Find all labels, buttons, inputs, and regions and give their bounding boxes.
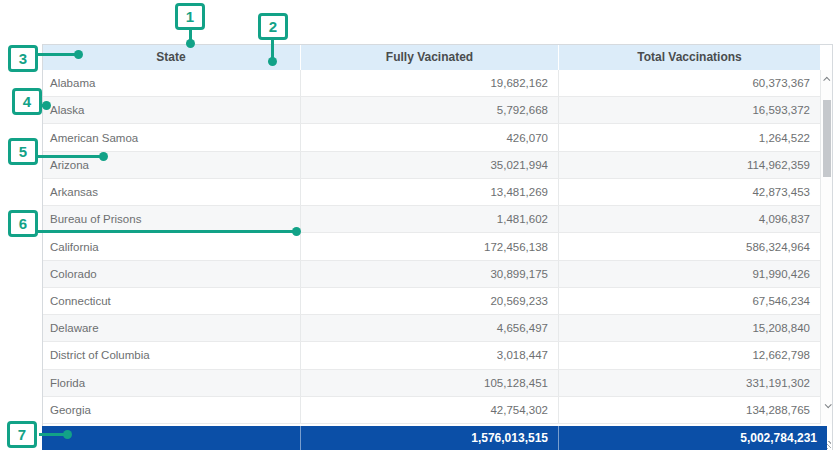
state-cell: California — [42, 233, 300, 259]
state-cell: Arkansas — [42, 179, 300, 205]
scrollbar-thumb[interactable] — [823, 100, 831, 177]
callout-7-dot — [63, 430, 72, 439]
total-vaccinations-cell: 12,662,798 — [558, 342, 820, 368]
column-header-fully-vacinated[interactable]: Fully Vacinated — [300, 44, 558, 70]
fully-vacinated-cell: 172,456,138 — [300, 233, 558, 259]
total-vaccinations-cell: 331,191,302 — [558, 370, 820, 396]
total-vaccinations-cell: 60,373,367 — [558, 70, 820, 96]
state-cell: Florida — [42, 370, 300, 396]
header-scrollbar-corner — [820, 44, 833, 70]
state-cell: District of Columbia — [42, 342, 300, 368]
total-vaccinations-cell: 16,593,372 — [558, 97, 820, 123]
state-cell: Colorado — [42, 261, 300, 287]
fully-vacinated-cell: 30,899,175 — [300, 261, 558, 287]
callout-5-dot — [99, 152, 108, 161]
table-row: Colorado 30,899,175 91,990,426 — [42, 261, 820, 288]
total-vaccinations-cell: 114,962,359 — [558, 152, 820, 178]
chevron-up-icon — [823, 76, 830, 83]
table-row: California 172,456,138 586,324,964 — [42, 233, 820, 260]
table-row: Alaska 5,792,668 16,593,372 — [42, 97, 820, 124]
table-row: Connecticut 20,569,233 67,546,234 — [42, 288, 820, 315]
fully-vacinated-cell: 1,481,602 — [300, 206, 558, 232]
vertical-scrollbar[interactable] — [820, 70, 833, 424]
fully-vacinated-cell: 35,021,994 — [300, 152, 558, 178]
state-cell: American Samoa — [42, 124, 300, 150]
chevron-down-icon — [825, 401, 832, 408]
callout-3-line — [38, 53, 78, 56]
scroll-up-button[interactable] — [821, 72, 833, 86]
fully-vacinated-cell: 20,569,233 — [300, 288, 558, 314]
total-vaccinations-cell: 15,208,840 — [558, 315, 820, 341]
vaccination-table-widget: State Fully Vacinated Total Vaccinations… — [42, 44, 833, 450]
callout-6-line — [38, 230, 293, 233]
total-vaccinations-cell: 1,264,522 — [558, 124, 820, 150]
callout-5-line — [38, 155, 100, 158]
fully-vacinated-cell: 19,682,162 — [300, 70, 558, 96]
callout-2-dot — [268, 57, 277, 66]
total-vaccinations-cell: 4,096,837 — [558, 206, 820, 232]
table-row: Arizona 35,021,994 114,962,359 — [42, 152, 820, 179]
fully-vacinated-cell: 13,481,269 — [300, 179, 558, 205]
callout-7-line — [39, 433, 65, 436]
state-cell: Georgia — [42, 397, 300, 423]
state-cell: Delaware — [42, 315, 300, 341]
fully-vacinated-cell: 42,754,302 — [300, 397, 558, 423]
fully-vacinated-cell: 105,128,451 — [300, 370, 558, 396]
table-row: Alabama 19,682,162 60,373,367 — [42, 70, 820, 97]
callout-6-badge: 6 — [8, 210, 38, 237]
callout-5-badge: 5 — [8, 138, 38, 165]
table-row: Arkansas 13,481,269 42,873,453 — [42, 179, 820, 206]
callout-6-dot — [292, 227, 301, 236]
callout-7-badge: 7 — [7, 421, 37, 448]
state-cell: Bureau of Prisons — [42, 206, 300, 232]
total-vaccinations-cell: 42,873,453 — [558, 179, 820, 205]
fully-vacinated-cell: 426,070 — [300, 124, 558, 150]
table-row: Georgia 42,754,302 134,288,765 — [42, 397, 820, 424]
table-row: American Samoa 426,070 1,264,522 — [42, 124, 820, 151]
scroll-down-button[interactable] — [821, 398, 833, 412]
fully-vacinated-cell: 4,656,497 — [300, 315, 558, 341]
table-rows: Alabama 19,682,162 60,373,367 Alaska 5,7… — [42, 70, 820, 424]
callout-1-badge: 1 — [175, 3, 205, 30]
callout-3-dot — [74, 50, 83, 59]
total-vaccinations-cell: 67,546,234 — [558, 288, 820, 314]
state-cell: Connecticut — [42, 288, 300, 314]
callout-3-badge: 3 — [8, 45, 38, 72]
total-vaccinations-cell: 134,288,765 — [558, 397, 820, 423]
total-vaccinations-cell: 586,324,964 — [558, 233, 820, 259]
column-header-total-vaccinations[interactable]: Total Vaccinations — [558, 44, 820, 70]
callout-1-dot — [186, 39, 195, 48]
totals-state-cell — [42, 426, 300, 450]
table-header-row: State Fully Vacinated Total Vaccinations — [42, 44, 833, 70]
totals-fully-vacinated-cell: 1,576,013,515 — [300, 426, 558, 450]
total-vaccinations-cell: 91,990,426 — [558, 261, 820, 287]
annotated-table-screenshot: State Fully Vacinated Total Vaccinations… — [0, 0, 833, 453]
table-body: Alabama 19,682,162 60,373,367 Alaska 5,7… — [42, 70, 833, 424]
totals-total-vaccinations-cell: 5,002,784,231 — [558, 426, 827, 450]
table-row: District of Columbia 3,018,447 12,662,79… — [42, 342, 820, 369]
state-cell: Alaska — [42, 97, 300, 123]
callout-2-badge: 2 — [258, 13, 288, 40]
totals-row: 1,576,013,515 5,002,784,231 — [42, 426, 827, 450]
fully-vacinated-cell: 5,792,668 — [300, 97, 558, 123]
callout-4-dot — [42, 101, 51, 110]
table-row: Delaware 4,656,497 15,208,840 — [42, 315, 820, 342]
callout-4-badge: 4 — [12, 88, 42, 115]
fully-vacinated-cell: 3,018,447 — [300, 342, 558, 368]
state-cell: Alabama — [42, 70, 300, 96]
table-row: Florida 105,128,451 331,191,302 — [42, 370, 820, 397]
